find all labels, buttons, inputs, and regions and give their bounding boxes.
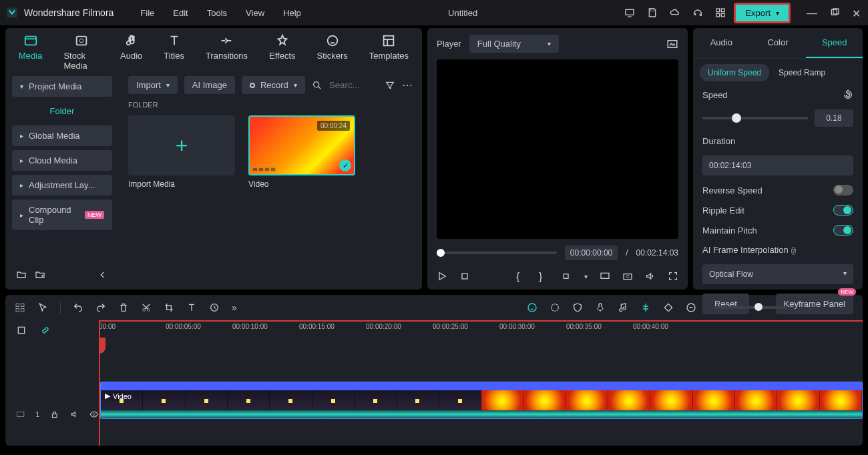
video-caption: Video xyxy=(248,179,355,189)
close-icon[interactable]: ✕ xyxy=(852,7,863,18)
menu-view[interactable]: View xyxy=(246,8,264,18)
scrub-handle[interactable] xyxy=(437,249,445,257)
slider-thumb[interactable] xyxy=(732,113,741,123)
zoom-thumb[interactable] xyxy=(754,303,763,311)
visibility-icon[interactable] xyxy=(89,409,99,420)
monitor-icon[interactable] xyxy=(624,7,635,18)
playhead[interactable] xyxy=(99,320,100,446)
cloud-icon[interactable] xyxy=(670,7,680,18)
crop-icon[interactable] xyxy=(164,302,174,313)
tab-stock-media[interactable]: Stock Media xyxy=(63,33,99,71)
filter-icon[interactable] xyxy=(385,80,395,91)
music-note-icon[interactable] xyxy=(618,302,628,313)
duration-input[interactable]: 00:02:14:03 xyxy=(702,155,853,175)
mute-icon[interactable] xyxy=(70,409,79,420)
timeline-ruler[interactable]: 00:00 00:00:05:00 00:00:10:00 00:00:15:0… xyxy=(99,320,863,338)
keyframe-icon[interactable] xyxy=(663,302,674,313)
fullscreen-icon[interactable] xyxy=(668,271,678,282)
volume-icon[interactable] xyxy=(645,271,656,282)
info-icon[interactable]: ? xyxy=(791,247,796,255)
more-tools-icon[interactable]: » xyxy=(232,302,242,313)
redo-icon[interactable] xyxy=(95,302,106,313)
text-icon[interactable] xyxy=(186,302,197,313)
timeline-grid-icon[interactable] xyxy=(15,302,25,313)
timeline-clip[interactable]: ▶Video xyxy=(100,382,863,419)
sidebar-cloud-media[interactable]: ▸Cloud Media xyxy=(12,150,112,171)
new-bin-icon[interactable] xyxy=(35,270,45,280)
sidebar-compound-clip[interactable]: ▸Compound ClipNEW xyxy=(12,199,112,230)
tab-audio[interactable]: Audio xyxy=(120,33,142,71)
zoom-slider[interactable] xyxy=(714,306,787,309)
mark-out-icon[interactable]: } xyxy=(539,271,550,282)
mark-in-icon[interactable]: { xyxy=(516,271,527,282)
snap-icon[interactable] xyxy=(16,325,27,336)
minimize-icon[interactable]: — xyxy=(807,7,817,18)
ripple-toggle[interactable] xyxy=(833,205,853,215)
headphones-icon[interactable] xyxy=(692,7,703,18)
playback-scrubber[interactable] xyxy=(437,252,557,254)
reset-speed-icon[interactable] xyxy=(843,89,853,100)
save-icon[interactable] xyxy=(647,7,658,18)
tab-speed-inspector[interactable]: Speed xyxy=(806,28,863,58)
timeline-tracks-area[interactable]: 00:00 00:00:05:00 00:00:10:00 00:00:15:0… xyxy=(99,320,863,446)
subtab-uniform-speed[interactable]: Uniform Speed xyxy=(700,64,769,81)
tab-stickers[interactable]: Stickers xyxy=(317,33,348,71)
speed-value[interactable]: 0.18 xyxy=(815,109,853,127)
undo-icon[interactable] xyxy=(73,302,83,313)
new-folder-icon[interactable] xyxy=(16,270,27,280)
keyframe-panel-button[interactable]: Keyframe PanelNEW xyxy=(776,294,854,314)
tab-audio-inspector[interactable]: Audio xyxy=(693,28,750,58)
preview-canvas[interactable] xyxy=(437,59,678,239)
tab-titles[interactable]: Titles xyxy=(164,33,184,71)
snapshot-icon[interactable] xyxy=(666,38,678,50)
cursor-icon[interactable] xyxy=(37,302,48,313)
speed-slider[interactable] xyxy=(702,117,808,119)
zoom-out-icon[interactable] xyxy=(686,302,696,313)
cut-icon[interactable] xyxy=(141,302,152,313)
ai-image-button[interactable]: AI Image xyxy=(184,76,235,94)
tab-transitions[interactable]: Transitions xyxy=(206,33,248,71)
sidebar-global-media[interactable]: ▸Global Media xyxy=(12,125,112,146)
shield-icon[interactable] xyxy=(572,302,583,313)
import-media-tile[interactable]: + Import Media xyxy=(128,115,235,189)
record-button[interactable]: Record▾ xyxy=(242,76,305,94)
crop-ratio-icon[interactable] xyxy=(562,271,572,282)
camera-icon[interactable] xyxy=(622,271,633,282)
lock-icon[interactable] xyxy=(50,409,59,420)
collapse-sidebar-icon[interactable] xyxy=(97,270,108,280)
maximize-icon[interactable] xyxy=(829,7,840,18)
delete-icon[interactable] xyxy=(118,302,129,313)
quality-select[interactable]: Full Quality▾ xyxy=(469,35,559,53)
speed-icon[interactable] xyxy=(209,302,220,313)
stop-icon[interactable] xyxy=(459,271,470,282)
reverse-toggle[interactable] xyxy=(833,185,853,195)
sidebar-adjustment-layer[interactable]: ▸Adjustment Lay... xyxy=(12,175,112,195)
display-icon[interactable] xyxy=(600,271,610,282)
color-wheel-icon[interactable] xyxy=(550,302,560,313)
search-input[interactable] xyxy=(329,80,369,90)
sidebar-folder[interactable]: Folder xyxy=(12,101,112,121)
media-item-video[interactable]: 00:00:24 ✓ Video xyxy=(248,115,355,189)
menu-help[interactable]: Help xyxy=(283,8,301,18)
menu-tools[interactable]: Tools xyxy=(207,8,227,18)
play-icon[interactable] xyxy=(437,271,447,282)
grid-icon[interactable] xyxy=(715,7,726,18)
sidebar-project-media[interactable]: ▾Project Media xyxy=(12,76,112,97)
mic-icon[interactable] xyxy=(595,302,606,313)
tab-color-inspector[interactable]: Color xyxy=(750,28,807,58)
import-button[interactable]: Import▾ xyxy=(128,76,178,94)
tab-templates[interactable]: Templates xyxy=(369,33,409,71)
menu-edit[interactable]: Edit xyxy=(173,8,188,18)
tab-effects[interactable]: Effects xyxy=(269,33,296,71)
more-icon[interactable]: ⋯ xyxy=(402,79,413,91)
smiley-icon[interactable] xyxy=(527,302,537,313)
export-button[interactable]: Export ▾ xyxy=(734,3,791,23)
tab-media[interactable]: Media xyxy=(19,33,42,71)
subtab-speed-ramp[interactable]: Speed Ramp xyxy=(776,64,828,81)
pitch-toggle[interactable] xyxy=(833,225,853,236)
menu-file[interactable]: File xyxy=(140,8,154,18)
marker-icon[interactable] xyxy=(640,302,651,313)
chevron-down-icon[interactable]: ▾ xyxy=(584,273,588,280)
aiframe-select[interactable]: Optical Flow▾ xyxy=(702,264,853,284)
link-icon[interactable] xyxy=(40,325,51,336)
